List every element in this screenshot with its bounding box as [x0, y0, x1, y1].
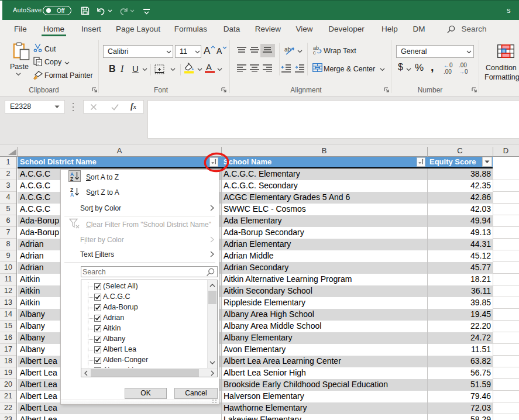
svg-text:A: A: [70, 192, 74, 197]
svg-text:c: c: [313, 50, 316, 55]
svg-text:Z: Z: [70, 176, 73, 181]
svg-text:ab: ab: [284, 46, 291, 53]
